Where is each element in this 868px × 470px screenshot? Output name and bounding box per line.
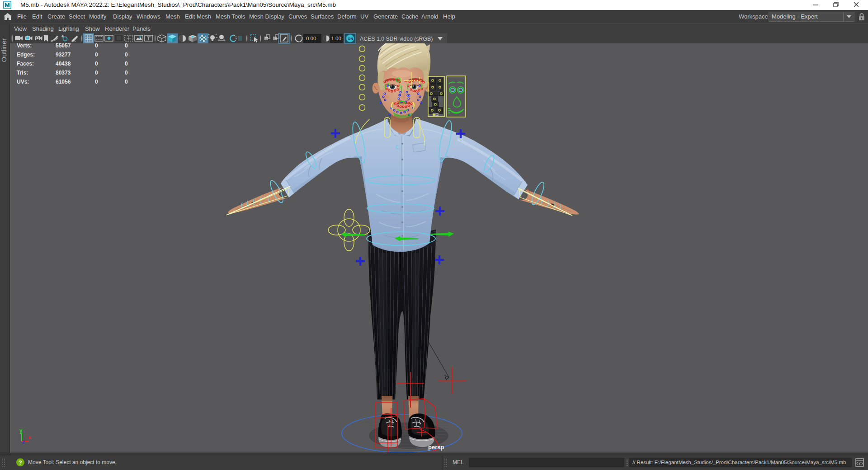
svg-text:0.00: 0.00 [306,36,316,41]
svg-text:persp: persp [428,444,444,451]
svg-text:x: x [28,434,31,441]
svg-text:ACES 1.0 SDR-video (sRGB): ACES 1.0 SDR-video (sRGB) [360,36,433,42]
svg-text:z: z [22,439,25,445]
svg-text:y: y [19,428,23,434]
svg-text:ON: ON [348,37,353,41]
svg-text:1.00: 1.00 [331,36,341,41]
svg-text:?: ? [19,459,22,466]
